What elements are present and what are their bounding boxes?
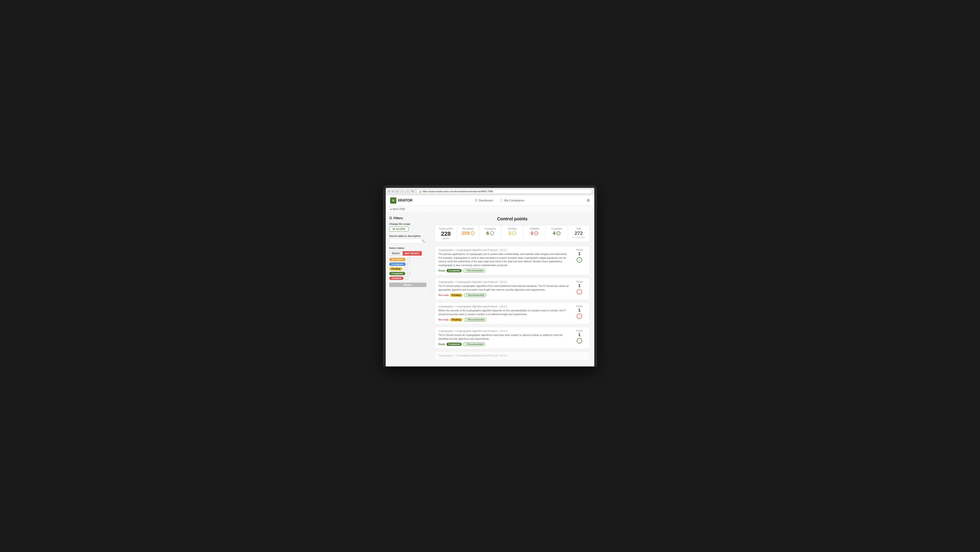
card-proofs-4: Proofs 1 → [573,330,586,343]
out-value: 0 [531,230,533,236]
out-label: Outdated [527,228,542,230]
card-body-3: Cryptography > Cryptographic Algorithm a… [439,305,570,322]
status-tabs: READY NOT READY [389,251,426,255]
tag-completed-4: Completed [447,343,462,346]
cp-filtered: filtered [438,237,453,240]
status-section: Select status READY NOT READY Not starte… [389,247,426,287]
checkbox-outdated[interactable] [405,277,408,280]
tag-pending-2: Pending [450,294,462,297]
search-icon[interactable]: 🔍 [422,239,425,242]
proofs-value-1: 1 [578,252,581,256]
tot-value: 272 [574,230,583,236]
checkbox-pending[interactable] [404,267,407,270]
ip-icon: … [490,231,494,235]
pend-value: 3 [509,230,511,236]
checkbox-in-progress[interactable] [407,263,410,266]
stat-outdated: Outdated 0 ! [523,225,546,242]
comp-label: Completed [549,228,564,230]
badge-completed: Completed [389,272,405,275]
url-bar[interactable]: 🔒 https://autocomply.xrator.cloud/compli… [417,189,592,194]
card-proofs-3: Proofs 1 → [573,305,586,319]
forward-button[interactable]: → [405,189,410,193]
page-title: Control points [435,216,590,222]
stat-total: Total 272 in + out scope [568,225,590,242]
gear-icon[interactable]: ⚙ [587,198,590,203]
stat-completed: Completed 4 ✓ [546,225,568,242]
status-label: Select status [389,247,426,249]
logo-text: XRATOR [398,198,412,203]
card-breadcrumb-2: Cryptography > Cryptographic Algorithm a… [439,281,570,283]
proofs-value-4: 1 [578,333,581,337]
breadcrumb-text: MAS TRM [393,207,405,211]
badge-in-progress: In progress [389,263,406,266]
card-breadcrumb-1: Cryptography > Cryptographic Algorithm a… [439,249,570,251]
arrow-button-2[interactable]: → [577,289,582,294]
tag-recommended-1: ✓ Recommended [463,269,485,273]
nav-compliance-label: My Compliance [504,199,524,202]
arrow-button-1[interactable]: → [577,257,582,263]
badge-pending: Pending [389,267,402,271]
search-label: Search label or description [389,235,426,237]
badge-not-started: Not started [389,258,406,261]
url-text: https://autocomply.xrator.cloud/complian… [422,190,493,193]
proofs-label-2: Proofs [576,281,583,283]
sidebar-title: ☷ Filters [389,216,426,220]
browser-nav[interactable]: ← → ↻ [400,189,415,193]
proofs-label-3: Proofs [576,305,583,308]
status-in-progress: In progress [389,263,426,266]
stats-bar: Control points 228 filtered Not started … [435,225,590,242]
tab-not-ready-button[interactable]: NOT READY [402,251,422,255]
search-input[interactable] [389,239,426,244]
checkbox-completed[interactable] [407,272,410,275]
scope-section: Change the scope IN SCOPE [389,223,426,231]
table-row: Cryptography > Cryptographic Algorithm a… [435,278,590,300]
scope-label: Change the scope [389,223,426,225]
back-button[interactable]: ← [400,189,404,193]
status-outdated: Outdated [389,276,426,280]
proofs-value-2: 1 [578,284,581,288]
tag-recommended-4: ✓ Recommended [463,342,485,346]
nav-compliance[interactable]: 📄 My Compliance [500,198,524,203]
card-body-5: Cryptography > Cryptographic Algorithm a… [439,354,586,358]
status-pending: Pending [389,267,426,271]
tag-pending-3: Pending [450,318,462,321]
card-tags-4: Ready Completed ✓ Recommended [439,342,570,346]
logo[interactable]: ✕ XRATOR [390,197,412,204]
tag-ready-1: Ready [439,270,445,272]
reset-button[interactable]: RESET [389,282,426,287]
ns-icon: i [471,231,475,235]
compliance-icon: 📄 [500,199,503,202]
card-body-4: Cryptography > Cryptographic Algorithm a… [439,330,570,346]
scope-button[interactable]: IN SCOPE [389,227,409,231]
total-sub: in + out scope [571,236,587,238]
nav-dashboard[interactable]: ☷ Dashboard [475,198,493,203]
card-proofs-1: Proofs 1 → [573,249,586,263]
sidebar-title-text: Filters [393,216,403,220]
out-icon: ! [534,231,538,235]
card-desc-4: The FI should ensure all cryptographic a… [439,333,570,341]
tab-ready-button[interactable]: READY [389,251,402,255]
pend-icon: ! [512,231,516,235]
tag-recommended-2: ✓ Recommended [464,293,486,297]
table-row: Cryptography > Cryptographic Algorithm a… [435,351,590,361]
refresh-button[interactable]: ↻ [410,189,415,193]
card-tags-1: Ready Completed ✓ Recommended [439,269,570,273]
sidebar: ☷ Filters Change the scope IN SCOPE Sear… [386,213,430,367]
tag-recommended-3: ✓ Recommended [464,318,486,322]
content-area: Control points Control points 228 filter… [430,213,594,367]
card-breadcrumb-5: Cryptography > Cryptographic Algorithm a… [439,354,586,357]
arrow-button-3[interactable]: → [577,314,582,319]
ns-value: 259 [461,230,470,236]
tot-label: Total [571,228,587,230]
ip-value: 6 [487,230,489,236]
card-path-1: Cryptography [439,249,453,251]
checkbox-not-started[interactable] [407,258,410,261]
arrow-button-4[interactable]: → [577,338,582,343]
nav-dashboard-label: Dashboard [479,199,493,202]
browser-bar: ← → ↻ 🔒 https://autocomply.xrator.cloud/… [386,188,594,195]
lock-icon: 🔒 [419,190,422,193]
comp-icon: ✓ [557,231,560,235]
tag-not-ready-3: Not ready [439,319,449,321]
table-row: Cryptography > Cryptographic Algorithm a… [435,246,590,276]
card-body-1: Cryptography > Cryptographic Algorithm a… [439,249,570,273]
